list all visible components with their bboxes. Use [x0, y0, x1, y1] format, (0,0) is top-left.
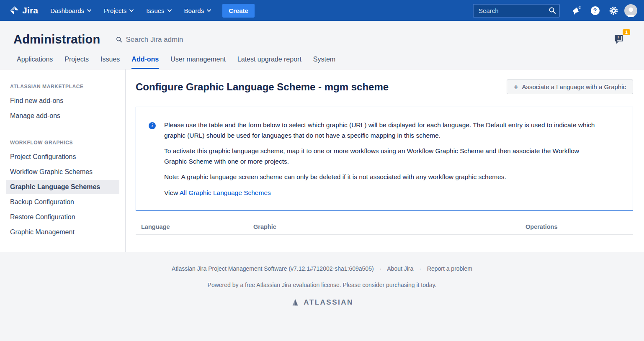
- sidebar-item-graphic-management[interactable]: Graphic Management: [6, 225, 119, 239]
- associate-language-button-label: Associate a Language with a Graphic: [522, 83, 626, 90]
- info-paragraph-view: View All Graphic Language Schemes: [164, 187, 597, 198]
- nav-menu-issues[interactable]: Issues: [140, 0, 178, 21]
- gear-icon: [609, 6, 618, 15]
- admin-search: [116, 36, 226, 44]
- sidebar-item-workflow-graphic-schemes[interactable]: Workflow Graphic Schemes: [6, 165, 119, 179]
- info-paragraph: Please use the table and the form below …: [164, 120, 597, 141]
- top-navbar: Jira Dashboards Projects Issues Boards C…: [0, 0, 644, 21]
- sidebar-item-graphic-language-schemes[interactable]: Graphic Language Schemes: [6, 180, 119, 194]
- tab-applications[interactable]: Applications: [11, 56, 59, 69]
- page-title: Configure Graphic Language Scheme - mgm …: [136, 81, 389, 93]
- footer-separator: ·: [419, 265, 421, 272]
- info-message-panel: i Please use the table and the form belo…: [136, 107, 633, 211]
- view-label: View: [164, 189, 180, 196]
- info-paragraph: To activate this graphic language scheme…: [164, 146, 597, 167]
- sidebar-section-heading: WORKFLOW GRAPHICS: [10, 140, 115, 146]
- nav-menu-projects[interactable]: Projects: [98, 0, 140, 21]
- info-paragraph: Note: A graphic language screen scheme c…: [164, 172, 597, 182]
- all-graphic-language-schemes-link[interactable]: All Graphic Language Schemes: [180, 189, 271, 196]
- page-heading: Administration: [13, 33, 100, 46]
- search-icon: [116, 36, 122, 43]
- column-header-graphic: Graphic: [253, 220, 526, 234]
- about-jira-link[interactable]: About Jira: [387, 265, 413, 272]
- tab-issues[interactable]: Issues: [95, 56, 126, 69]
- column-header-language: Language: [141, 220, 253, 234]
- nav-menu-label: Boards: [184, 7, 204, 14]
- sidebar-item-project-configurations[interactable]: Project Configurations: [6, 150, 119, 164]
- atlassian-logo-icon: [291, 298, 300, 307]
- nav-menu-label: Dashboards: [50, 7, 84, 14]
- info-message-text: Please use the table and the form below …: [164, 120, 597, 198]
- sidebar-item-find-new-add-ons[interactable]: Find new add-ons: [6, 94, 119, 108]
- create-button[interactable]: Create: [222, 4, 255, 18]
- user-avatar[interactable]: [624, 4, 637, 17]
- announcements-button[interactable]: [569, 3, 584, 18]
- sidebar-item-restore-configuration[interactable]: Restore Configuration: [6, 210, 119, 224]
- help-icon: ?: [591, 6, 600, 15]
- atlassian-logo-text: ATLASSIAN: [304, 298, 353, 307]
- main-header-row: Configure Graphic Language Scheme - mgm …: [136, 79, 633, 94]
- table-header-divider: [136, 234, 633, 235]
- chevron-down-icon: [87, 9, 91, 12]
- report-a-problem-link[interactable]: Report a problem: [427, 265, 472, 272]
- sidebar-item-manage-add-ons[interactable]: Manage add-ons: [6, 109, 119, 123]
- jira-admin-page: Jira Dashboards Projects Issues Boards C…: [0, 0, 644, 341]
- global-search-input[interactable]: [473, 4, 560, 18]
- feedback-button[interactable]: ! 1: [612, 33, 625, 46]
- global-search: [473, 4, 560, 18]
- svg-text:!: !: [618, 35, 619, 40]
- sidebar-spacer: [0, 124, 125, 133]
- megaphone-icon: [572, 6, 582, 15]
- admin-settings-button[interactable]: [606, 3, 621, 18]
- sidebar-item-backup-configuration[interactable]: Backup Configuration: [6, 195, 119, 209]
- tab-projects[interactable]: Projects: [59, 56, 95, 69]
- chevron-down-icon: [129, 9, 134, 12]
- jira-home-link[interactable]: Jira: [6, 5, 44, 15]
- content-area: ATLASSIAN MARKETPLACE Find new add-ons M…: [0, 69, 644, 252]
- footer-version-text: Atlassian Jira Project Management Softwa…: [172, 265, 374, 272]
- page-footer: Atlassian Jira Project Management Softwa…: [0, 252, 644, 341]
- info-icon: i: [149, 122, 156, 129]
- admin-sidebar: ATLASSIAN MARKETPLACE Find new add-ons M…: [0, 69, 126, 252]
- associate-language-button[interactable]: + Associate a Language with a Graphic: [507, 79, 633, 94]
- user-silhouette-icon: [624, 5, 637, 17]
- scheme-table-header-row: Language Graphic Operations: [136, 220, 633, 234]
- jira-logo-icon: [9, 5, 19, 15]
- nav-menu-boards[interactable]: Boards: [178, 0, 218, 21]
- tab-system[interactable]: System: [307, 56, 341, 69]
- chevron-down-icon: [207, 9, 211, 12]
- column-header-operations: Operations: [526, 220, 633, 234]
- footer-version-line: Atlassian Jira Project Management Softwa…: [0, 265, 644, 272]
- footer-license-line: Powered by a free Atlassian Jira evaluat…: [0, 282, 644, 288]
- nav-menu-label: Issues: [146, 7, 164, 14]
- footer-separator: ·: [379, 265, 381, 272]
- chevron-down-icon: [167, 9, 172, 12]
- navbar-right-group: ?: [473, 3, 637, 18]
- jira-logo-text: Jira: [22, 5, 38, 15]
- tab-add-ons[interactable]: Add-ons: [126, 56, 165, 69]
- plus-icon: +: [514, 84, 518, 90]
- nav-menu-dashboards[interactable]: Dashboards: [44, 0, 98, 21]
- main-panel: Configure Graphic Language Scheme - mgm …: [126, 69, 644, 252]
- notification-badge: 1: [623, 29, 630, 35]
- tab-user-management[interactable]: User management: [165, 56, 232, 69]
- tab-latest-upgrade-report[interactable]: Latest upgrade report: [232, 56, 307, 69]
- atlassian-brand: ATLASSIAN: [0, 298, 644, 307]
- help-button[interactable]: ?: [587, 3, 603, 18]
- nav-menu-label: Projects: [104, 7, 126, 14]
- admin-tab-bar: Applications Projects Issues Add-ons Use…: [0, 46, 644, 69]
- sidebar-section-heading: ATLASSIAN MARKETPLACE: [10, 84, 115, 90]
- search-icon[interactable]: [549, 7, 556, 14]
- admin-header: Administration ! 1: [0, 21, 644, 46]
- admin-search-input[interactable]: [126, 36, 226, 44]
- main-navigation: Dashboards Projects Issues Boards: [44, 0, 217, 21]
